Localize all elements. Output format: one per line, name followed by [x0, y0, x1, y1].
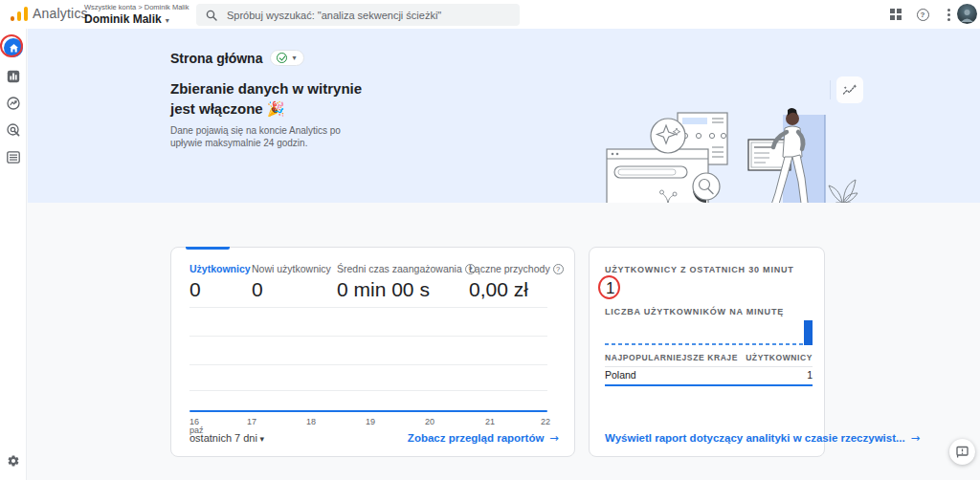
status-check-icon: [277, 53, 287, 63]
insights-button[interactable]: [836, 76, 863, 103]
metric-label: Średni czas zaangażowania: [337, 263, 462, 274]
breadcrumb: Wszystkie konta > Dominik Malik: [84, 3, 189, 11]
nav-advertising[interactable]: [0, 119, 27, 142]
help-tooltip-icon[interactable]: ?: [553, 264, 564, 274]
reports-bar-chart-icon: [7, 70, 20, 83]
chart-series-line: [189, 410, 547, 412]
collection-status-pill[interactable]: [270, 50, 304, 66]
gridline: [189, 364, 547, 365]
metric-value: 0,00 zł: [469, 278, 564, 301]
metric-label: Nowi użytkownicy: [252, 263, 331, 274]
arrow-right-icon: →: [549, 431, 559, 445]
nav-library[interactable]: [0, 145, 27, 168]
users-cell: 1: [807, 369, 813, 381]
search-input[interactable]: [227, 10, 510, 21]
library-list-icon: [7, 151, 20, 164]
metric-tab-engagement-time[interactable]: Średni czas zaangażowania ? 0 min 00 s: [337, 263, 476, 301]
metric-tab-new-users[interactable]: Nowi użytkownicy 0: [252, 263, 331, 301]
metric-value: 0 min 00 s: [337, 278, 476, 301]
users-column-header: UŻYTKOWNICY: [746, 353, 813, 362]
metric-tab-total-revenue[interactable]: Łączne przychody ? 0,00 zł: [469, 263, 564, 301]
metric-value: 0: [189, 278, 251, 301]
home-icon: [4, 38, 23, 57]
table-row-poland[interactable]: Poland 1: [605, 369, 813, 386]
metric-value: 0: [252, 278, 331, 301]
divider: [830, 80, 831, 99]
feedback-icon: [956, 446, 969, 458]
page-title: Strona główna: [170, 51, 262, 66]
x-axis-tick: 17: [247, 417, 256, 426]
left-nav: [0, 29, 27, 480]
country-cell: Poland: [605, 369, 636, 381]
x-axis-tick: 22: [541, 417, 550, 426]
user-avatar[interactable]: [957, 4, 977, 24]
x-axis-tick: 19: [366, 417, 375, 426]
account-name: Dominik Malik: [84, 12, 189, 26]
metric-label: Łączne przychody: [469, 263, 550, 274]
banner-heading: Zbieranie danych w witrynie jest włączon…: [170, 78, 390, 119]
person-silhouette-icon: [960, 8, 974, 22]
banner-subtext: Dane pojawią się na koncie Analytics po …: [170, 124, 371, 149]
realtime-users-value: 1: [606, 279, 614, 298]
nav-admin-settings[interactable]: [0, 449, 27, 472]
top-app-bar: Analytics Wszystkie konta > Dominik Mali…: [0, 0, 980, 29]
account-switcher[interactable]: Wszystkie konta > Dominik Malik Dominik …: [84, 3, 189, 26]
minute-bar: [804, 320, 813, 345]
gridline: [189, 307, 547, 308]
users-trend-line-chart: 16 paź 17 18 19 20 21 22: [189, 301, 547, 425]
date-range-selector[interactable]: ostatnich 7 dni: [189, 432, 264, 444]
x-axis-tick: 21: [485, 417, 495, 426]
explore-compass-icon: [7, 97, 20, 110]
nav-home[interactable]: [0, 36, 27, 59]
view-reports-snapshot-link[interactable]: Zobacz przegląd raportów→: [408, 431, 559, 445]
arrow-right-icon: →: [911, 431, 921, 445]
google-analytics-logo-icon[interactable]: [10, 7, 29, 22]
settings-gear-icon: [7, 454, 20, 468]
search-bar[interactable]: [196, 4, 520, 26]
metric-tab-users[interactable]: Użytkownicy 0: [189, 263, 251, 301]
overview-metrics-card: Użytkownicy 0 Nowi użytkownicy 0 Średni …: [170, 247, 575, 457]
chart-baseline: [605, 343, 813, 345]
realtime-card: UŻYTKOWNICY Z OSTATNICH 30 MINUT 1 LICZB…: [589, 247, 825, 457]
country-column-header: NAJPOPULARNIEJSZE KRAJE: [605, 353, 738, 362]
advertising-target-icon: [7, 123, 20, 137]
insights-sparkline-icon: [842, 83, 858, 97]
three-dots-glyph: [947, 9, 950, 21]
grid-glyph: [890, 9, 902, 20]
gridline: [189, 336, 547, 337]
question-mark-glyph: ?: [917, 9, 929, 21]
x-axis-tick: 18: [306, 417, 316, 426]
search-icon: [206, 10, 217, 21]
gridline: [189, 390, 547, 391]
help-icon[interactable]: ?: [913, 5, 932, 24]
active-tab-indicator: [186, 247, 230, 250]
realtime-title: UŻYTKOWNICY Z OSTATNICH 30 MINUT: [605, 265, 794, 274]
top-countries-table-header: NAJPOPULARNIEJSZE KRAJE UŻYTKOWNICY: [605, 353, 813, 367]
users-per-minute-label: LICZBA UŻYTKOWNIKÓW NA MINUTĘ: [605, 307, 784, 316]
app-name: Analytics: [33, 6, 88, 21]
metric-label: Użytkownicy: [189, 263, 251, 274]
nav-reports[interactable]: [0, 65, 27, 88]
diagnostics-grid-icon[interactable]: [886, 5, 905, 24]
view-realtime-report-link[interactable]: Wyświetl raport dotyczący analityki w cz…: [605, 432, 905, 444]
more-vert-icon[interactable]: [939, 5, 958, 24]
nav-explore[interactable]: [0, 92, 27, 115]
users-per-minute-bar-chart: [605, 318, 813, 345]
x-axis-tick: 20: [425, 417, 434, 426]
analytics-home-page: Analytics Wszystkie konta > Dominik Mali…: [0, 0, 980, 480]
home-banner: Strona główna Zbieranie danych w witryni…: [28, 29, 980, 203]
feedback-button[interactable]: [949, 439, 975, 465]
